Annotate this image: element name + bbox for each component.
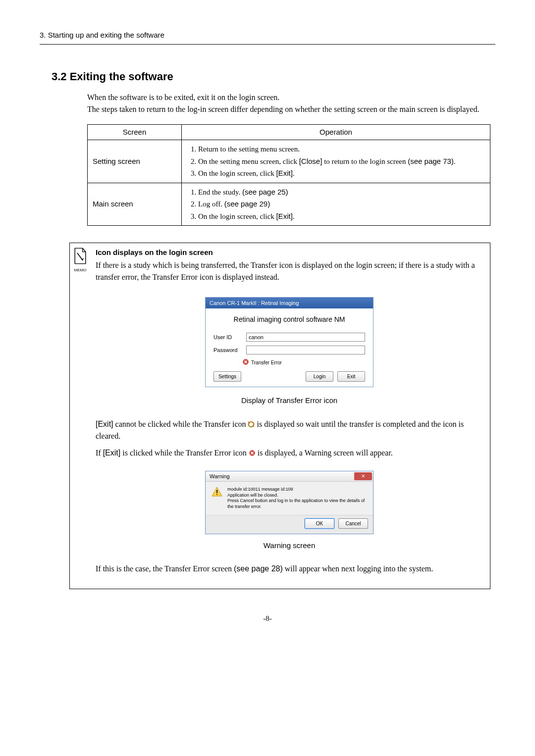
warning-screenshot: Warning ✕ module id:10011 message id:109… (205, 471, 374, 534)
warning-icon (212, 487, 222, 510)
memo-paragraph: [Exit] cannot be clicked while the Trans… (96, 418, 483, 442)
memo-heading: Icon displays on the login screen (96, 247, 483, 258)
svg-rect-2 (216, 490, 217, 493)
login-heading: Retinal imaging control software NM (214, 314, 365, 325)
cell-screen: Main screen (88, 183, 182, 226)
intro-line2: The steps taken to return to the log-in … (87, 105, 479, 113)
table-row: Setting screen Return to the setting men… (88, 140, 490, 183)
list-item: On the login screen, click [Exit]. (191, 167, 485, 180)
password-label: Password (214, 346, 241, 354)
login-button[interactable]: Login (306, 371, 333, 382)
userid-label: User ID (214, 333, 241, 342)
memo-icon: MEMO (70, 247, 91, 273)
password-input[interactable] (246, 346, 365, 354)
transfer-icon (248, 420, 255, 428)
section-title: 3.2 Exiting the software (52, 68, 495, 85)
warning-title: Warning (210, 472, 230, 481)
exit-button[interactable]: Exit (337, 371, 365, 382)
table-row: Main screen End the study. (see page 25)… (88, 183, 490, 226)
close-icon[interactable]: ✕ (354, 472, 372, 480)
memo-label: MEMO (70, 267, 91, 273)
memo-box: MEMO Icon displays on the login screen I… (69, 243, 490, 589)
ok-button[interactable]: OK (305, 518, 334, 529)
memo-paragraph: If [Exit] is clicked while the Transfer … (96, 447, 483, 459)
error-icon (242, 358, 249, 366)
intro-text: When the software is to be exited, exit … (87, 92, 490, 115)
cell-operation: End the study. (see page 25) Log off. (s… (182, 183, 490, 226)
list-item: On the login screen, click [Exit]. (191, 210, 485, 223)
page-header: 3. Starting up and exiting the software (40, 30, 495, 45)
login-caption: Display of Transfer Error icon (96, 395, 483, 406)
svg-rect-3 (216, 494, 217, 495)
page-number: -8- (40, 613, 495, 624)
memo-paragraph: If there is a study which is being trans… (96, 259, 483, 283)
chapter-title: 3. Starting up and exiting the software (40, 31, 164, 39)
list-item: On the setting menu screen, click [Close… (191, 155, 485, 168)
login-screenshot: Canon CR-1 MarkII : Retinal Imaging Reti… (205, 297, 374, 388)
settings-button[interactable]: Settings (214, 371, 241, 382)
login-window-title: Canon CR-1 MarkII : Retinal Imaging (206, 298, 373, 309)
cell-screen: Setting screen (88, 140, 182, 183)
warning-caption: Warning screen (96, 540, 483, 552)
th-screen: Screen (88, 124, 182, 140)
list-item: Return to the setting menu screen. (191, 143, 485, 155)
list-item: End the study. (see page 25) (191, 186, 485, 199)
transfer-status: Transfer Error (214, 358, 365, 366)
cell-operation: Return to the setting menu screen. On th… (182, 140, 490, 183)
cancel-button[interactable]: Cancel (338, 518, 368, 529)
list-item: Log off. (see page 29) (191, 198, 485, 210)
memo-paragraph: If this is the case, the Transfer Error … (96, 563, 483, 575)
warning-message: module id:10011 message id:109 Applicati… (227, 487, 367, 510)
intro-line1: When the software is to be exited, exit … (87, 93, 279, 101)
userid-input[interactable]: canon (246, 333, 365, 342)
error-icon (249, 449, 256, 457)
operation-table: Screen Operation Setting screen Return t… (87, 124, 490, 226)
th-operation: Operation (182, 124, 490, 140)
